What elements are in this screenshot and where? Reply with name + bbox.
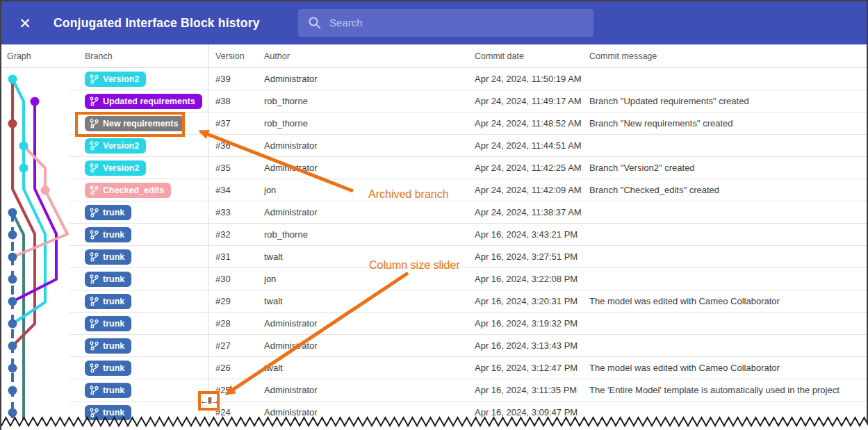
- branch-badge-label: trunk: [103, 274, 124, 284]
- history-row[interactable]: Version2 #39 Administrator Apr 24, 2024,…: [1, 68, 867, 90]
- commit-date-cell: Apr 24, 2024, 11:42:09 AM: [475, 179, 582, 201]
- version-cell: #27: [215, 335, 231, 357]
- branch-badge[interactable]: Checked_edits: [85, 183, 171, 198]
- branch-icon: [90, 341, 99, 351]
- commit-dot[interactable]: [8, 386, 17, 395]
- table-header-row: Graph Branch Version Author Commit date …: [1, 44, 867, 68]
- history-row[interactable]: trunk #27 Administrator Apr 16, 2024, 3:…: [1, 335, 867, 357]
- history-row[interactable]: trunk #32 rob_thorne Apr 16, 2024, 3:43:…: [1, 224, 867, 246]
- column-header-author[interactable]: Author: [264, 44, 290, 68]
- column-header-commit-message[interactable]: Commit message: [589, 44, 657, 68]
- commit-dot[interactable]: [8, 297, 17, 306]
- column-header-branch[interactable]: Branch: [85, 44, 113, 68]
- commit-dot[interactable]: [8, 320, 17, 329]
- branch-badge[interactable]: trunk: [85, 338, 131, 354]
- commit-message-cell: Branch "New requirements" created: [589, 113, 733, 135]
- commit-message-cell: Branch "Checked_edits" created: [589, 179, 719, 201]
- commit-date-cell: Apr 24, 2024, 11:50:19 AM: [475, 68, 582, 90]
- version-cell: #34: [215, 179, 231, 201]
- commit-dot[interactable]: [8, 75, 17, 84]
- commit-date-cell: Apr 16, 2024, 3:13:43 PM: [475, 335, 578, 357]
- branch-badge-label: Version2: [103, 141, 139, 151]
- branch-badge[interactable]: trunk: [85, 361, 131, 376]
- branch-icon: [90, 363, 99, 373]
- slider-highlight-box: [198, 391, 220, 411]
- branch-icon: [90, 274, 99, 284]
- version-cell: #32: [215, 224, 231, 246]
- branch-badge[interactable]: trunk: [85, 227, 131, 242]
- commit-date-cell: Apr 16, 2024, 3:43:21 PM: [475, 224, 578, 246]
- history-row[interactable]: trunk #28 Administrator Apr 16, 2024, 3:…: [1, 313, 867, 335]
- history-row[interactable]: trunk #29 twalt Apr 16, 2024, 3:20:31 PM…: [1, 290, 867, 313]
- commit-dot[interactable]: [8, 342, 17, 351]
- author-cell: jon: [264, 268, 276, 290]
- column-header-commit-date[interactable]: Commit date: [475, 44, 524, 68]
- history-row[interactable]: trunk #26 twalt Apr 16, 2024, 3:12:47 PM…: [1, 357, 867, 379]
- search-placeholder: Search: [329, 9, 363, 37]
- commit-dot[interactable]: [19, 164, 28, 173]
- branch-icon: [90, 163, 99, 173]
- search-input[interactable]: Search: [298, 9, 593, 37]
- branch-badge-label: Version2: [103, 74, 139, 84]
- branch-badge[interactable]: trunk: [85, 205, 131, 220]
- branch-icon: [90, 141, 99, 151]
- commit-date-cell: Apr 16, 2024, 3:22:08 PM: [475, 268, 578, 290]
- commit-dot[interactable]: [19, 142, 28, 151]
- author-cell: twalt: [264, 357, 283, 379]
- branch-icon: [90, 185, 99, 195]
- commit-dot[interactable]: [8, 231, 17, 240]
- version-cell: #26: [215, 357, 231, 379]
- author-cell: rob_thorne: [264, 113, 308, 135]
- author-cell: twalt: [264, 246, 283, 268]
- commit-message-cell: Branch "Version2" created: [589, 157, 695, 179]
- branch-badge[interactable]: Updated requirements: [85, 94, 202, 109]
- branch-graph: [1, 44, 78, 424]
- branch-badge-label: Version2: [103, 163, 139, 173]
- commit-date-cell: Apr 16, 2024, 3:20:31 PM: [475, 290, 578, 313]
- author-cell: Administrator: [264, 68, 318, 90]
- branch-badge-label: trunk: [103, 252, 124, 262]
- commit-date-cell: Apr 24, 2024, 11:44:51 AM: [475, 135, 582, 157]
- history-row[interactable]: trunk #25 Administrator Apr 16, 2024, 3:…: [1, 379, 867, 402]
- history-row[interactable]: Version2 #35 Administrator Apr 24, 2024,…: [1, 157, 867, 179]
- archived-branch-highlight-box: [75, 112, 185, 137]
- author-cell: Administrator: [264, 313, 318, 335]
- branch-icon: [90, 319, 99, 329]
- author-cell: rob_thorne: [264, 90, 308, 113]
- column-header-version[interactable]: Version: [215, 44, 245, 68]
- branch-badge[interactable]: Version2: [85, 160, 146, 176]
- author-cell: jon: [264, 179, 276, 201]
- version-cell: #33: [215, 201, 231, 224]
- branch-icon: [90, 252, 99, 262]
- history-window: ✕ Conjugated Interface Block history Sea…: [0, 0, 868, 430]
- branch-icon: [90, 208, 99, 217]
- commit-dot[interactable]: [8, 119, 17, 129]
- commit-message-cell: The model was edited with Cameo Collabor…: [589, 357, 780, 379]
- commit-dot[interactable]: [41, 186, 50, 195]
- commit-dot[interactable]: [31, 97, 40, 106]
- branch-badge[interactable]: Version2: [85, 138, 146, 154]
- commit-date-cell: Apr 16, 2024, 3:27:51 PM: [475, 246, 578, 268]
- commit-date-cell: Apr 24, 2024, 11:38:37 AM: [475, 201, 582, 224]
- history-row[interactable]: trunk #33 Administrator Apr 24, 2024, 11…: [1, 201, 867, 224]
- branch-badge[interactable]: trunk: [85, 383, 131, 398]
- branch-badge-label: trunk: [103, 341, 124, 351]
- branch-badge-label: trunk: [103, 297, 124, 306]
- branch-badge[interactable]: trunk: [85, 272, 131, 287]
- commit-date-cell: Apr 16, 2024, 3:11:35 PM: [475, 379, 577, 402]
- branch-badge[interactable]: trunk: [85, 316, 131, 331]
- commit-dot[interactable]: [8, 275, 17, 284]
- commit-date-cell: Apr 16, 2024, 3:12:47 PM: [475, 357, 578, 379]
- branch-badge[interactable]: trunk: [85, 294, 131, 309]
- branch-badge[interactable]: trunk: [85, 249, 131, 265]
- history-row[interactable]: Version2 #36 Administrator Apr 24, 2024,…: [1, 135, 867, 157]
- branch-badge[interactable]: Version2: [85, 72, 146, 87]
- history-row[interactable]: Updated requirements #38 rob_thorne Apr …: [1, 90, 867, 113]
- commit-dot[interactable]: [8, 364, 17, 373]
- close-icon[interactable]: ✕: [16, 15, 34, 33]
- branch-icon: [90, 97, 99, 106]
- commit-dot[interactable]: [8, 253, 17, 262]
- commit-dot[interactable]: [8, 208, 17, 217]
- branch-badge-label: trunk: [103, 208, 124, 217]
- author-cell: twalt: [264, 290, 283, 313]
